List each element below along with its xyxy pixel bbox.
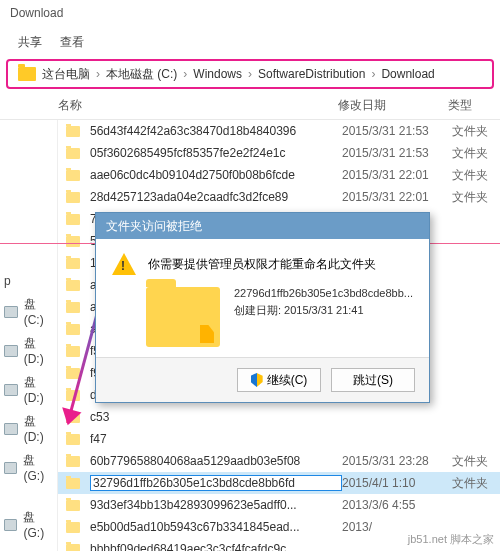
folder-icon — [64, 390, 82, 401]
disk-icon — [4, 519, 17, 531]
file-date: 2015/4/1 1:10 — [342, 476, 452, 490]
file-name: 28d4257123ada04e2caadfc3d2fce89 — [90, 190, 342, 204]
folder-icon — [64, 258, 82, 269]
file-name: e5b00d5ad10b5943c67b3341845ead... — [90, 520, 342, 534]
sidebar-item[interactable]: 盘 (D:) — [0, 331, 57, 370]
disk-icon — [4, 345, 18, 357]
file-date: 2015/3/31 22:01 — [342, 168, 452, 182]
file-name: 32796d1ffb26b305e1c3bd8cde8bb6fd — [90, 475, 342, 491]
folder-icon — [64, 148, 82, 159]
disk-icon — [4, 384, 18, 396]
folder-icon — [64, 500, 82, 511]
sidebar-item[interactable]: 盘 (D:) — [0, 409, 57, 448]
folder-icon — [64, 324, 82, 335]
table-row[interactable]: 32796d1ffb26b305e1c3bd8cde8bb6fd2015/4/1… — [58, 472, 500, 494]
col-type[interactable]: 类型 — [448, 97, 472, 114]
file-type: 文件夹 — [452, 453, 488, 470]
file-name: 56d43f442f42a63c38470d18b4840396 — [90, 124, 342, 138]
file-date: 2015/3/31 21:53 — [342, 124, 452, 138]
file-name: 05f3602685495fcf85357fe2e2f24e1c — [90, 146, 342, 160]
file-type: 文件夹 — [452, 167, 488, 184]
shield-icon — [251, 373, 263, 387]
sidebar: p 盘 (C:) 盘 (D:) 盘 (D:) 盘 (D:) 盘 (G:) 盘 (… — [0, 120, 58, 551]
folder-icon — [64, 544, 82, 552]
folder-icon — [64, 126, 82, 137]
folder-icon — [64, 236, 82, 247]
ribbon-tabs: 共享 查看 — [0, 28, 500, 56]
column-headers: 名称 修改日期 类型 — [0, 92, 500, 120]
tab-share[interactable]: 共享 — [18, 34, 42, 51]
table-row[interactable]: f47 — [58, 428, 500, 450]
chevron-right-icon: › — [365, 67, 381, 81]
folder-icon — [64, 346, 82, 357]
sidebar-item[interactable]: 盘 (C:) — [0, 292, 57, 331]
sidebar-item[interactable]: 盘 (G:) — [0, 448, 57, 487]
crumb-pc[interactable]: 这台电脑 — [42, 66, 90, 83]
file-name: 93d3ef34bb13b42893099623e5adff0... — [90, 498, 342, 512]
tab-view[interactable]: 查看 — [60, 34, 84, 51]
crumb-drive[interactable]: 本地磁盘 (C:) — [106, 66, 177, 83]
col-date[interactable]: 修改日期 — [338, 97, 448, 114]
file-type: 文件夹 — [452, 189, 488, 206]
file-name: bbbbf09ded68419aec3c3cf4fcafdc9c... — [90, 542, 342, 551]
folder-icon — [64, 412, 82, 423]
dialog-created-date: 创建日期: 2015/3/31 21:41 — [234, 303, 413, 318]
sidebar-item[interactable]: p — [0, 270, 57, 292]
folder-icon — [18, 67, 36, 81]
folder-icon — [64, 478, 82, 489]
window-title: Download — [0, 0, 500, 28]
dialog-folder-name: 22796d1ffb26b305e1c3bd8cde8bb... — [234, 287, 413, 299]
warning-icon — [112, 253, 136, 275]
folder-icon — [146, 287, 220, 347]
file-date: 2013/3/6 4:55 — [342, 498, 452, 512]
table-row[interactable]: 05f3602685495fcf85357fe2e2f24e1c2015/3/3… — [58, 142, 500, 164]
file-date: 2015/3/31 22:01 — [342, 190, 452, 204]
folder-icon — [64, 214, 82, 225]
folder-icon — [64, 522, 82, 533]
chevron-right-icon: › — [90, 67, 106, 81]
table-row[interactable]: 60b779658804068aa5129aadb03e5f082015/3/3… — [58, 450, 500, 472]
disk-icon — [4, 462, 17, 474]
disk-icon — [4, 306, 18, 318]
access-denied-dialog: 文件夹访问被拒绝 你需要提供管理员权限才能重命名此文件夹 22796d1ffb2… — [95, 212, 430, 403]
file-type: 文件夹 — [452, 123, 488, 140]
table-row[interactable]: c53 — [58, 406, 500, 428]
folder-icon — [64, 302, 82, 313]
table-row[interactable]: 93d3ef34bb13b42893099623e5adff0...2013/3… — [58, 494, 500, 516]
file-name: c53 — [90, 410, 342, 424]
sidebar-item[interactable]: 盘 (G:) — [0, 505, 57, 544]
folder-icon — [64, 368, 82, 379]
folder-icon — [64, 170, 82, 181]
table-row[interactable]: 28d4257123ada04e2caadfc3d2fce892015/3/31… — [58, 186, 500, 208]
folder-icon — [64, 456, 82, 467]
folder-icon — [64, 434, 82, 445]
file-name: f47 — [90, 432, 342, 446]
chevron-right-icon: › — [177, 67, 193, 81]
table-row[interactable]: 56d43f442f42a63c38470d18b48403962015/3/3… — [58, 120, 500, 142]
crumb-download[interactable]: Download — [381, 67, 434, 81]
sidebar-item[interactable]: 盘 (D:) — [0, 370, 57, 409]
address-bar[interactable]: 这台电脑› 本地磁盘 (C:)› Windows› SoftwareDistri… — [0, 56, 500, 92]
continue-button[interactable]: 继续(C) — [237, 368, 321, 392]
dialog-title: 文件夹访问被拒绝 — [96, 213, 429, 239]
file-type: 文件夹 — [452, 475, 488, 492]
table-row[interactable]: aae06c0dc4b09104d2750f0b08b6fcde2015/3/3… — [58, 164, 500, 186]
crumb-windows[interactable]: Windows — [193, 67, 242, 81]
folder-icon — [64, 192, 82, 203]
disk-icon — [4, 423, 18, 435]
skip-button[interactable]: 跳过(S) — [331, 368, 415, 392]
crumb-swdist[interactable]: SoftwareDistribution — [258, 67, 365, 81]
file-name: 60b779658804068aa5129aadb03e5f08 — [90, 454, 342, 468]
file-type: 文件夹 — [452, 145, 488, 162]
chevron-right-icon: › — [242, 67, 258, 81]
folder-icon — [64, 280, 82, 291]
file-date: 2015/3/31 21:53 — [342, 146, 452, 160]
col-name[interactable]: 名称 — [58, 97, 338, 114]
watermark: jb51.net 脚本之家 — [408, 532, 494, 547]
dialog-message: 你需要提供管理员权限才能重命名此文件夹 — [148, 256, 376, 273]
file-date: 2015/3/31 23:28 — [342, 454, 452, 468]
file-name: aae06c0dc4b09104d2750f0b08b6fcde — [90, 168, 342, 182]
